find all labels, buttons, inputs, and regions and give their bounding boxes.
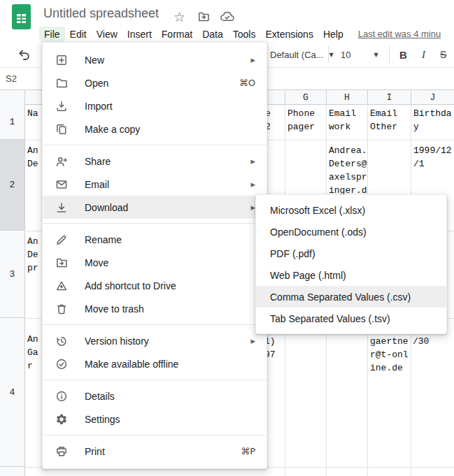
- menu-item-details[interactable]: Details: [43, 384, 267, 408]
- menu-item-open[interactable]: Open ⌘O: [43, 71, 267, 94]
- menu-data[interactable]: Data: [197, 27, 228, 42]
- font-size-select[interactable]: 10 ▼: [341, 42, 378, 67]
- move-folder-icon: [55, 257, 68, 269]
- menu-divider: [43, 223, 267, 224]
- submenu-arrow-icon: ▸: [250, 179, 255, 189]
- share-person-add-icon: [55, 155, 68, 168]
- settings-gear-icon: [55, 413, 68, 426]
- document-title[interactable]: Untitled spreadsheet: [43, 6, 159, 21]
- cell-g1[interactable]: Phone pager: [288, 107, 315, 134]
- bold-button[interactable]: B: [399, 42, 407, 67]
- column-header-h[interactable]: H: [327, 90, 368, 104]
- cell-j1[interactable]: Birthda y: [413, 107, 452, 134]
- menu-help[interactable]: Help: [318, 27, 348, 42]
- rename-pencil-icon: [55, 233, 68, 246]
- cell-a2[interactable]: An De: [27, 144, 38, 171]
- copy-icon: [55, 123, 68, 136]
- cell-h1[interactable]: Email work: [329, 107, 356, 134]
- menu-divider: [43, 380, 267, 380]
- import-icon: [55, 100, 68, 113]
- menu-item-rename[interactable]: Rename: [43, 228, 267, 251]
- version-history-icon: [55, 335, 68, 347]
- row-header-2[interactable]: 2: [0, 140, 24, 231]
- menu-item-excel-xlsx[interactable]: Microsoft Excel (.xlsx): [256, 199, 446, 221]
- column-header-j[interactable]: J: [411, 90, 454, 104]
- menu-divider: [43, 145, 267, 145]
- font-family-select[interactable]: Default (Ca... ▼: [270, 42, 334, 67]
- download-icon: [55, 201, 68, 214]
- menu-format[interactable]: Format: [157, 27, 197, 42]
- submenu-arrow-icon: ▸: [250, 156, 255, 166]
- drive-shortcut-icon: [55, 280, 68, 292]
- print-icon: [55, 445, 68, 458]
- menu-item-download[interactable]: Download ▸: [43, 196, 267, 219]
- toolbar-separator: [389, 46, 390, 63]
- row-header-4[interactable]: 4: [0, 318, 24, 467]
- strikethrough-button[interactable]: S: [440, 42, 446, 67]
- font-size-value: 10: [341, 50, 350, 60]
- menu-item-csv[interactable]: Comma Separated Values (.csv): [256, 286, 446, 308]
- menu-item-make-available-offline[interactable]: Make available offline: [43, 352, 267, 375]
- menu-bar: File Edit View Insert Format Data Tools …: [39, 26, 441, 42]
- row-headers: 1 2 3 4: [0, 104, 25, 476]
- menu-item-tsv[interactable]: Tab Separated Values (.tsv): [256, 308, 446, 329]
- cell-i1[interactable]: Email Other: [370, 107, 397, 134]
- star-icon[interactable]: ☆: [173, 9, 185, 24]
- download-submenu: Microsoft Excel (.xlsx) OpenDocument (.o…: [255, 194, 447, 334]
- menu-insert[interactable]: Insert: [122, 27, 157, 42]
- cloud-status-icon: [220, 10, 235, 22]
- menu-file[interactable]: File: [39, 27, 65, 42]
- row-header-3[interactable]: 3: [0, 231, 24, 318]
- last-edit-link[interactable]: Last edit was 4 minu: [358, 29, 441, 39]
- cell-h2[interactable]: Andrea. Deters@ axelspr inger.d: [329, 144, 367, 197]
- column-header-i[interactable]: I: [368, 90, 411, 104]
- menu-divider: [43, 324, 267, 325]
- menu-item-move-to-trash[interactable]: Move to trash: [43, 297, 267, 320]
- email-icon: [55, 178, 68, 191]
- chevron-down-icon: ▼: [374, 52, 378, 58]
- move-folder-icon[interactable]: [197, 10, 211, 23]
- menu-item-email[interactable]: Email ▸: [43, 173, 267, 196]
- menu-item-new[interactable]: New ▸: [43, 48, 267, 71]
- menu-item-settings[interactable]: Settings: [43, 408, 267, 431]
- undo-icon[interactable]: [17, 42, 31, 67]
- chevron-down-icon: ▼: [329, 52, 334, 58]
- italic-button[interactable]: I: [422, 42, 425, 67]
- menu-item-version-history[interactable]: Version history ▸: [43, 329, 267, 352]
- top-bar: Untitled spreadsheet ☆ File Edit View In…: [0, 0, 454, 42]
- menu-tools[interactable]: Tools: [228, 27, 261, 42]
- submenu-arrow-icon: ▸: [250, 336, 255, 346]
- menu-edit[interactable]: Edit: [65, 27, 92, 42]
- offline-check-icon: [55, 358, 68, 370]
- select-all-corner[interactable]: [0, 90, 25, 104]
- font-family-value: Default (Ca...: [270, 50, 324, 60]
- menu-item-move[interactable]: Move: [43, 251, 267, 274]
- menu-item-pdf[interactable]: PDF (.pdf): [256, 243, 446, 264]
- row-header-1[interactable]: 1: [0, 104, 24, 140]
- new-file-icon: [55, 54, 68, 66]
- cell-a1[interactable]: Na: [27, 107, 38, 120]
- details-info-icon: [55, 390, 68, 403]
- sheets-logo-icon[interactable]: [12, 4, 31, 29]
- menu-item-print[interactable]: Print ⌘P: [43, 440, 267, 463]
- file-menu: New ▸ Open ⌘O Import Make a copy: [42, 42, 267, 469]
- cell-a4[interactable]: An Ga r: [27, 333, 38, 373]
- toolbar-separator: [328, 46, 329, 63]
- trash-icon: [55, 303, 68, 315]
- cell-j2[interactable]: 1999/12 /1: [413, 144, 452, 171]
- menu-view[interactable]: View: [92, 27, 122, 42]
- menu-item-add-shortcut-to-drive[interactable]: Add shortcut to Drive: [43, 274, 267, 297]
- menu-item-make-a-copy[interactable]: Make a copy: [43, 117, 267, 140]
- cell-i4[interactable]: gaertne r@t-onl ine.de: [370, 335, 409, 375]
- column-header-g[interactable]: G: [285, 90, 327, 104]
- cell-a3[interactable]: An De pr: [27, 235, 38, 275]
- cell-j4[interactable]: /30: [413, 335, 429, 348]
- menu-item-import[interactable]: Import: [43, 94, 267, 117]
- name-box[interactable]: S2: [6, 68, 17, 89]
- menu-item-opendocument-ods[interactable]: OpenDocument (.ods): [256, 221, 446, 243]
- submenu-arrow-icon: ▸: [250, 55, 255, 65]
- menu-item-web-page-html[interactable]: Web Page (.html): [256, 264, 446, 286]
- menu-item-share[interactable]: Share ▸: [43, 150, 267, 173]
- menu-extensions[interactable]: Extensions: [260, 27, 318, 42]
- open-folder-icon: [55, 77, 68, 89]
